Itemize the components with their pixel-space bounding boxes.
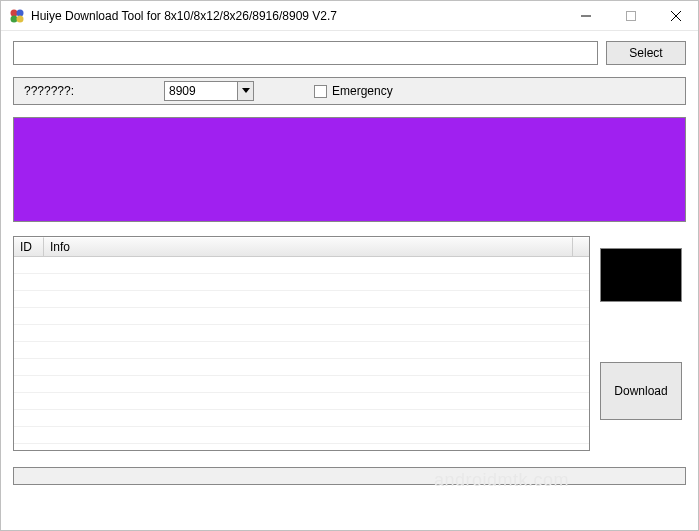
- table-row: [14, 410, 589, 427]
- svg-rect-5: [626, 11, 635, 20]
- table-row: [14, 342, 589, 359]
- maximize-button[interactable]: [608, 1, 653, 31]
- chipset-combo-value: 8909: [165, 84, 237, 98]
- log-table[interactable]: ID Info: [13, 236, 590, 451]
- status-bar: [13, 467, 686, 485]
- svg-marker-8: [242, 88, 250, 93]
- path-input[interactable]: [13, 41, 598, 65]
- table-row: [14, 308, 589, 325]
- table-row: [14, 257, 589, 274]
- close-button[interactable]: [653, 1, 698, 31]
- emergency-label: Emergency: [332, 84, 393, 98]
- options-label: ???????:: [24, 84, 124, 98]
- status-panel: [13, 117, 686, 222]
- table-row: [14, 359, 589, 376]
- table-row: [14, 291, 589, 308]
- chipset-combo[interactable]: 8909: [164, 81, 254, 101]
- table-row: [14, 325, 589, 342]
- download-button[interactable]: Download: [600, 362, 682, 420]
- minimize-button[interactable]: [563, 1, 608, 31]
- table-body: [14, 257, 589, 451]
- svg-point-0: [11, 9, 18, 16]
- chevron-down-icon: [237, 82, 253, 100]
- column-header-info[interactable]: Info: [44, 237, 573, 257]
- app-icon: [9, 8, 25, 24]
- table-row: [14, 376, 589, 393]
- column-header-id[interactable]: ID: [14, 237, 44, 257]
- options-bar: ???????: 8909 Emergency: [13, 77, 686, 105]
- svg-point-2: [11, 15, 18, 22]
- emergency-checkbox[interactable]: Emergency: [314, 84, 393, 98]
- titlebar: Huiye Download Tool for 8x10/8x12/8x26/8…: [1, 1, 698, 31]
- svg-point-1: [17, 9, 24, 16]
- table-row: [14, 274, 589, 291]
- table-row: [14, 393, 589, 410]
- preview-box: [600, 248, 682, 302]
- column-header-spacer: [573, 237, 589, 257]
- checkbox-icon: [314, 85, 327, 98]
- select-button[interactable]: Select: [606, 41, 686, 65]
- svg-point-3: [17, 15, 24, 22]
- window-title: Huiye Download Tool for 8x10/8x12/8x26/8…: [31, 9, 563, 23]
- table-row: [14, 427, 589, 444]
